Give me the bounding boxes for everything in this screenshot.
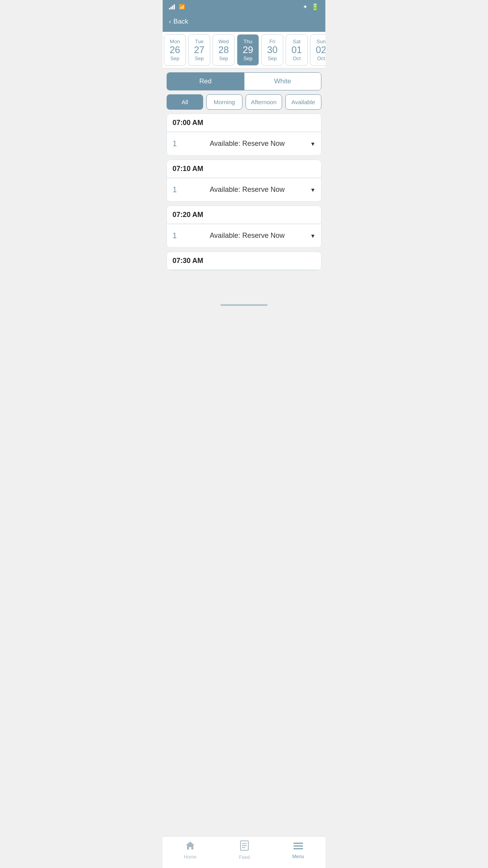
tee-list: 07:00 AM 1 Available: Reserve Now ▼ 07:1…	[163, 114, 325, 302]
day-num: 01	[292, 45, 302, 55]
course-btn-white[interactable]: White	[244, 72, 322, 90]
day-name: Wed	[218, 39, 229, 44]
status-right: ✦ 🔋	[303, 3, 319, 11]
course-btn-red[interactable]: Red	[167, 72, 244, 90]
tee-slot-num: 1	[172, 185, 184, 194]
scroll-indicator	[163, 302, 325, 307]
day-name: Sun	[316, 39, 325, 44]
wifi-icon: 📶	[179, 4, 185, 10]
tee-time-header: 07:00 AM	[167, 114, 321, 132]
signal-icon	[169, 4, 175, 9]
day-num: 29	[243, 45, 253, 55]
date-picker: Mon 26 Sep Tue 27 Sep Wed 28 Sep Thu 29 …	[163, 32, 325, 68]
day-name: Tue	[195, 39, 204, 44]
date-item-02-oct[interactable]: Sun 02 Oct	[310, 34, 325, 66]
tee-slot-status: Available: Reserve Now	[184, 232, 310, 240]
date-item-28-sep[interactable]: Wed 28 Sep	[213, 34, 235, 66]
month: Oct	[293, 55, 301, 61]
date-item-29-sep[interactable]: Thu 29 Sep	[237, 34, 259, 66]
tee-slot-num: 1	[172, 139, 184, 148]
status-bar: 📶 ✦ 🔋	[163, 0, 325, 13]
day-name: Fri	[269, 39, 275, 44]
battery-icon: 🔋	[311, 3, 319, 11]
tee-slot-num: 1	[172, 231, 184, 240]
tee-card: 07:10 AM 1 Available: Reserve Now ▼	[167, 160, 321, 202]
tee-time-row[interactable]: 1 Available: Reserve Now ▼	[167, 132, 321, 155]
header: ‹ Back	[163, 13, 325, 32]
day-name: Mon	[170, 39, 180, 44]
tee-time-row[interactable]: 1 Available: Reserve Now ▼	[167, 224, 321, 247]
day-name: Thu	[244, 39, 252, 44]
day-num: 26	[170, 45, 180, 55]
filter-btn-morning[interactable]: Morning	[206, 94, 243, 110]
tee-slot-status: Available: Reserve Now	[184, 140, 310, 148]
tee-card: 07:30 AM	[167, 252, 321, 270]
date-item-01-oct[interactable]: Sat 01 Oct	[286, 34, 308, 66]
tee-time-header: 07:30 AM	[167, 252, 321, 270]
day-num: 27	[194, 45, 205, 55]
month: Sep	[170, 55, 179, 61]
filter-btn-all[interactable]: All	[167, 94, 203, 110]
date-item-30-sep[interactable]: Fri 30 Sep	[261, 34, 283, 66]
course-toggle: RedWhite	[167, 72, 321, 90]
date-item-26-sep[interactable]: Mon 26 Sep	[164, 34, 186, 66]
tee-card: 07:20 AM 1 Available: Reserve Now ▼	[167, 206, 321, 248]
filter-btn-available[interactable]: Available	[285, 94, 322, 110]
dropdown-arrow-icon: ▼	[310, 141, 316, 147]
month: Oct	[317, 55, 325, 61]
date-item-27-sep[interactable]: Tue 27 Sep	[188, 34, 210, 66]
day-name: Sat	[293, 39, 301, 44]
day-num: 28	[218, 45, 229, 55]
bluetooth-icon: ✦	[303, 4, 307, 10]
status-left: 📶	[169, 4, 185, 10]
tee-card: 07:00 AM 1 Available: Reserve Now ▼	[167, 114, 321, 156]
tee-time-row[interactable]: 1 Available: Reserve Now ▼	[167, 178, 321, 201]
day-num: 30	[267, 45, 278, 55]
back-button[interactable]: ‹ Back	[169, 18, 188, 26]
back-label: Back	[173, 18, 188, 26]
dropdown-arrow-icon: ▼	[310, 233, 316, 239]
month: Sep	[268, 55, 277, 61]
dropdown-arrow-icon: ▼	[310, 187, 316, 193]
tee-time-header: 07:20 AM	[167, 206, 321, 224]
month: Sep	[194, 55, 204, 61]
tee-slot-status: Available: Reserve Now	[184, 186, 310, 194]
filter-btn-afternoon[interactable]: Afternoon	[246, 94, 282, 110]
back-chevron-icon: ‹	[169, 18, 171, 25]
tee-time-header: 07:10 AM	[167, 160, 321, 178]
time-filter: AllMorningAfternoonAvailable	[167, 94, 321, 110]
month: Sep	[219, 55, 228, 61]
month: Sep	[243, 55, 252, 61]
scroll-bar	[220, 304, 268, 306]
day-num: 02	[316, 45, 325, 55]
